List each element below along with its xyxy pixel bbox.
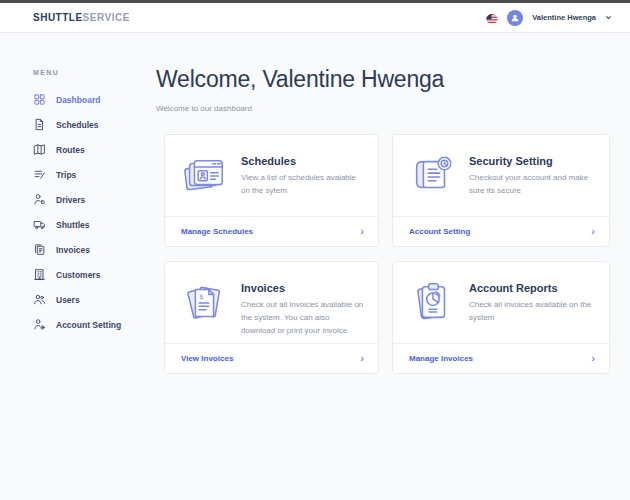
- card-description: Checkout your account and make sure its …: [469, 172, 595, 198]
- card-title: Invoices: [241, 282, 364, 294]
- account-setting-action[interactable]: Account Setting ›: [393, 216, 609, 246]
- card-text: Security Setting Checkout your account a…: [469, 148, 595, 216]
- view-invoices-action[interactable]: View Invoices ›: [165, 343, 378, 373]
- card-invoices: $ Invoices Check out all invoices availa…: [164, 261, 379, 374]
- sidebar-item-label: Customers: [56, 270, 100, 280]
- us-flag-icon[interactable]: [486, 12, 498, 24]
- card-body: Schedules View a list of schedules avaia…: [165, 135, 378, 216]
- page-subtitle: Welcome to our dashboard: [156, 104, 614, 113]
- chevron-right-icon: ›: [591, 226, 595, 237]
- sidebar-item-label: Dashboard: [56, 95, 100, 105]
- logo-secondary: SERVICE: [83, 12, 130, 23]
- sidebar-item-label: Shuttles: [56, 220, 90, 230]
- card-text: Account Reports Check all invoices avail…: [469, 275, 595, 343]
- dashboard-icon: [33, 93, 46, 106]
- chevron-right-icon: ›: [591, 353, 595, 364]
- sidebar-item-label: Routes: [56, 145, 85, 155]
- schedules-windows-icon: [181, 153, 227, 199]
- shuttle-bus-icon: [33, 218, 46, 231]
- logo-primary: SHUTTLE: [33, 12, 83, 23]
- manage-invoices-action[interactable]: Manage Invoices ›: [393, 343, 609, 373]
- card-security-setting: Security Setting Checkout your account a…: [392, 134, 610, 247]
- sidebar-item-invoices[interactable]: Invoices: [33, 237, 152, 262]
- card-text: Invoices Check out all invoices availabl…: [241, 275, 364, 343]
- trip-list-icon: [33, 168, 46, 181]
- sidebar-item-label: Invoices: [56, 245, 90, 255]
- sidebar-item-label: Trips: [56, 170, 76, 180]
- report-clipboard-icon: [409, 280, 455, 326]
- card-description: Check out all invoices available on the …: [241, 299, 364, 337]
- card-text: Schedules View a list of schedules avaia…: [241, 148, 364, 216]
- sidebar-item-trips[interactable]: Trips: [33, 162, 152, 187]
- sidebar-item-dashboard[interactable]: Dashboard: [33, 87, 152, 112]
- dashboard-cards: Schedules View a list of schedules avaia…: [164, 134, 614, 374]
- sidebar-item-routes[interactable]: Routes: [33, 137, 152, 162]
- card-title: Schedules: [241, 155, 364, 167]
- sidebar-item-shuttles[interactable]: Shuttles: [33, 212, 152, 237]
- card-action-label[interactable]: Account Setting: [409, 227, 470, 236]
- sidebar-item-customers[interactable]: Customers: [33, 262, 152, 287]
- card-account-reports: Account Reports Check all invoices avail…: [392, 261, 610, 374]
- card-body: Account Reports Check all invoices avail…: [393, 262, 609, 343]
- invoice-copy-icon: [33, 243, 46, 256]
- users-group-icon: [33, 293, 46, 306]
- card-body: Security Setting Checkout your account a…: [393, 135, 609, 216]
- sidebar-item-users[interactable]: Users: [33, 287, 152, 312]
- sidebar-item-label: Users: [56, 295, 80, 305]
- card-action-label[interactable]: View Invoices: [181, 354, 233, 363]
- card-body: $ Invoices Check out all invoices availa…: [165, 262, 378, 343]
- card-description: Check all invoices available on the syst…: [469, 299, 595, 325]
- page-title: Welcome, Valentine Hwenga: [156, 66, 614, 93]
- chevron-right-icon: ›: [360, 353, 364, 364]
- security-document-icon: [409, 153, 455, 199]
- user-name[interactable]: Valentine Hwenga: [532, 13, 596, 22]
- card-action-label[interactable]: Manage Schedules: [181, 227, 253, 236]
- header-user-area: Valentine Hwenga: [486, 10, 612, 26]
- sidebar: MENU Dashboard Schedules Routes Trips: [0, 33, 152, 499]
- card-title: Security Setting: [469, 155, 595, 167]
- sidebar-item-schedules[interactable]: Schedules: [33, 112, 152, 137]
- sidebar-item-label: Account Setting: [56, 320, 121, 330]
- card-title: Account Reports: [469, 282, 595, 294]
- app-logo[interactable]: SHUTTLESERVICE: [33, 12, 130, 23]
- invoices-stack-icon: $: [181, 280, 227, 326]
- card-action-label[interactable]: Manage Invoices: [409, 354, 473, 363]
- user-gear-icon: [33, 318, 46, 331]
- chevron-down-icon[interactable]: [605, 14, 612, 21]
- chevron-right-icon: ›: [360, 226, 364, 237]
- driver-person-icon: [33, 193, 46, 206]
- svg-text:$: $: [199, 293, 203, 301]
- manage-schedules-action[interactable]: Manage Schedules ›: [165, 216, 378, 246]
- main-content: Welcome, Valentine Hwenga Welcome to our…: [152, 33, 630, 499]
- sidebar-item-label: Drivers: [56, 195, 85, 205]
- user-avatar[interactable]: [507, 10, 523, 26]
- menu-section-label: MENU: [33, 69, 152, 76]
- sidebar-item-account-setting[interactable]: Account Setting: [33, 312, 152, 337]
- card-description: View a list of schedules avaiable on the…: [241, 172, 364, 198]
- top-header: SHUTTLESERVICE Valen: [0, 3, 630, 33]
- map-icon: [33, 143, 46, 156]
- document-icon: [33, 118, 46, 131]
- sidebar-item-drivers[interactable]: Drivers: [33, 187, 152, 212]
- card-schedules: Schedules View a list of schedules avaia…: [164, 134, 379, 247]
- sidebar-item-label: Schedules: [56, 120, 99, 130]
- building-icon: [33, 268, 46, 281]
